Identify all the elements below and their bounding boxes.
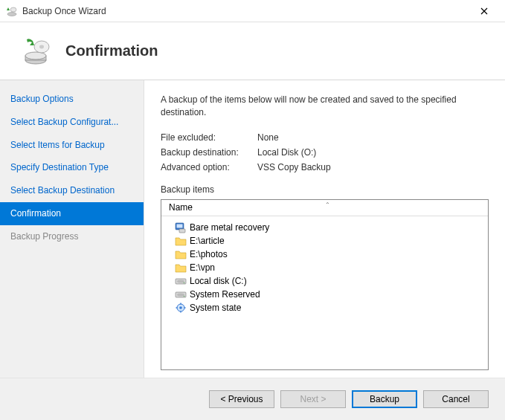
close-button[interactable] bbox=[469, 1, 499, 22]
folder-icon bbox=[175, 248, 187, 260]
list-item[interactable]: E:\vpn bbox=[164, 261, 485, 274]
list-item[interactable]: System state bbox=[164, 301, 485, 314]
list-item-label: E:\photos bbox=[190, 249, 228, 259]
list-item-label: Local disk (C:) bbox=[190, 276, 247, 286]
sidebar-item-1[interactable]: Select Backup Configurat... bbox=[0, 111, 144, 134]
previous-button[interactable]: < Previous bbox=[209, 390, 274, 408]
titlebar: Backup Once Wizard bbox=[0, 0, 505, 22]
svg-point-14 bbox=[177, 293, 184, 296]
next-button: Next > bbox=[280, 390, 346, 408]
wizard-footer: < Previous Next > Backup Cancel bbox=[0, 378, 505, 420]
window-title: Backup Once Wizard bbox=[22, 6, 469, 16]
info-row-2: Advanced option:VSS Copy Backup bbox=[161, 162, 489, 172]
info-label: File excluded: bbox=[161, 132, 257, 143]
page-title: Confirmation bbox=[65, 42, 158, 59]
info-value: Local Disk (O:) bbox=[257, 147, 489, 158]
info-label: Advanced option: bbox=[161, 162, 257, 172]
sidebar-item-4[interactable]: Select Backup Destination bbox=[0, 179, 144, 202]
cancel-button[interactable]: Cancel bbox=[423, 390, 489, 408]
list-item[interactable]: E:\photos bbox=[164, 248, 485, 261]
svg-point-1 bbox=[10, 7, 16, 12]
list-item-label: Bare metal recovery bbox=[190, 222, 269, 233]
svg-point-15 bbox=[184, 295, 185, 297]
list-item-label: E:\vpn bbox=[190, 262, 215, 273]
list-item[interactable]: System Reserved bbox=[164, 288, 485, 301]
sidebar: Backup OptionsSelect Backup Configurat..… bbox=[0, 80, 144, 378]
list-item-label: System state bbox=[190, 303, 241, 313]
svg-rect-9 bbox=[179, 229, 185, 233]
folder-icon bbox=[175, 262, 187, 274]
list-body: Bare metal recoveryE:\articleE:\photosE:… bbox=[161, 216, 488, 369]
svg-point-4 bbox=[25, 52, 46, 59]
sort-indicator-icon: ⌃ bbox=[325, 201, 330, 208]
list-item-label: E:\article bbox=[190, 236, 225, 246]
list-item[interactable]: Local disk (C:) bbox=[164, 274, 485, 288]
system-icon bbox=[175, 302, 187, 314]
disk-icon bbox=[175, 275, 187, 287]
list-item[interactable]: Bare metal recovery bbox=[164, 221, 485, 234]
description-text: A backup of the items below will now be … bbox=[161, 94, 489, 119]
sidebar-item-5[interactable]: Confirmation bbox=[0, 202, 144, 225]
sidebar-item-3[interactable]: Specify Destination Type bbox=[0, 156, 144, 179]
list-item[interactable]: E:\article bbox=[164, 234, 485, 248]
sidebar-item-6: Backup Progress bbox=[0, 225, 144, 248]
info-label: Backup destination: bbox=[161, 147, 257, 158]
svg-rect-8 bbox=[177, 224, 183, 227]
svg-point-12 bbox=[184, 282, 185, 283]
bmr-icon bbox=[175, 222, 187, 233]
list-header[interactable]: Name ⌃ bbox=[161, 200, 488, 216]
app-icon bbox=[6, 5, 18, 17]
svg-point-6 bbox=[39, 45, 44, 48]
svg-point-0 bbox=[7, 12, 16, 16]
info-value: VSS Copy Backup bbox=[257, 162, 489, 172]
info-row-1: Backup destination:Local Disk (O:) bbox=[161, 147, 489, 158]
wizard-header: Confirmation bbox=[0, 22, 505, 80]
content-pane: A backup of the items below will now be … bbox=[144, 80, 505, 378]
backup-items-label: Backup items bbox=[161, 184, 489, 195]
wizard-body: Backup OptionsSelect Backup Configurat..… bbox=[0, 80, 505, 378]
svg-point-17 bbox=[179, 306, 182, 309]
sidebar-item-2[interactable]: Select Items for Backup bbox=[0, 134, 144, 157]
backup-button[interactable]: Backup bbox=[352, 390, 417, 408]
folder-icon bbox=[175, 235, 187, 247]
disk-icon bbox=[175, 288, 187, 300]
info-value: None bbox=[257, 132, 489, 143]
list-item-label: System Reserved bbox=[190, 289, 260, 300]
backup-items-list: Name ⌃ Bare metal recoveryE:\articleE:\p… bbox=[161, 199, 489, 370]
sidebar-item-0[interactable]: Backup Options bbox=[0, 88, 144, 111]
info-row-0: File excluded:None bbox=[161, 132, 489, 143]
wizard-icon bbox=[22, 36, 52, 66]
svg-point-11 bbox=[177, 280, 184, 282]
